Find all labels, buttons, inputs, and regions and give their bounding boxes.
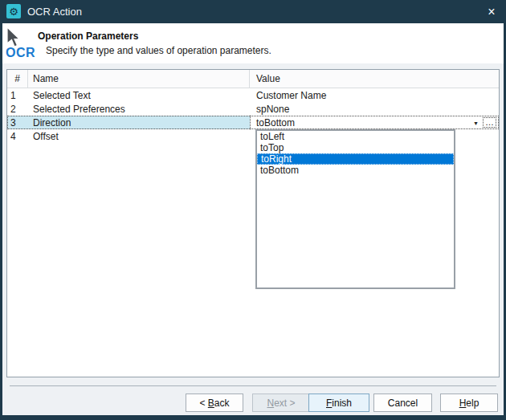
close-button[interactable]: × (479, 0, 504, 23)
row-name: Selected Text (28, 88, 250, 102)
table-header-row: # Name Value (7, 70, 499, 88)
dropdown-item-toleft[interactable]: toLeft (257, 131, 454, 142)
row-name: Direction (28, 116, 250, 129)
column-header-name[interactable]: Name (28, 70, 250, 88)
close-icon: × (488, 5, 495, 19)
row-direction[interactable]: 3 Direction toBottom ▼ … (7, 116, 499, 129)
ocr-logo-text: OCR (6, 46, 35, 60)
row-num: 4 (7, 129, 28, 143)
dialog-window: ⚙ OCR Action × OCR Operation Parameters … (0, 0, 506, 420)
row-name: Selected Preferences (28, 102, 250, 116)
row-num: 2 (7, 102, 28, 116)
gear-icon: ⚙ (9, 6, 18, 17)
wizard-header: OCR Operation Parameters Specify the typ… (2, 23, 504, 63)
dialog-content: OCR Operation Parameters Specify the typ… (2, 23, 504, 415)
combo-dropdown-arrow-icon[interactable]: ▼ (473, 120, 479, 125)
row-name: Offset (28, 129, 250, 143)
button-separator (10, 385, 496, 386)
column-header-num[interactable]: # (7, 70, 28, 88)
next-button: Next > (252, 393, 310, 412)
cancel-button[interactable]: Cancel (373, 393, 432, 412)
browse-ellipsis-button[interactable]: … (483, 117, 496, 128)
app-icon: ⚙ (6, 4, 21, 18)
finish-button[interactable]: Finish (308, 393, 369, 412)
row-num: 3 (7, 116, 28, 129)
back-button[interactable]: < Back (186, 393, 243, 412)
direction-value-editor[interactable]: toBottom ▼ … (250, 116, 499, 129)
row-selected-preferences[interactable]: 2 Selected Preferences spNone (7, 102, 499, 116)
row-value: spNone (250, 102, 499, 116)
direction-dropdown-list: toLeft toTop toRight toBottom (255, 129, 455, 289)
titlebar[interactable]: ⚙ OCR Action × (0, 0, 506, 23)
direction-current-value: toBottom (256, 117, 295, 128)
help-button[interactable]: Help (440, 393, 498, 412)
column-header-value[interactable]: Value (250, 70, 499, 88)
row-num: 1 (7, 88, 28, 102)
dropdown-item-tobottom[interactable]: toBottom (257, 165, 454, 176)
row-value: Customer Name (250, 88, 499, 102)
dropdown-item-totop[interactable]: toTop (257, 142, 454, 153)
page-subtitle: Specify the type and values of operation… (46, 45, 271, 56)
page-title: Operation Parameters (38, 31, 138, 42)
dropdown-item-toright[interactable]: toRight (257, 153, 454, 165)
row-selected-text[interactable]: 1 Selected Text Customer Name (7, 88, 499, 102)
window-title: OCR Action (27, 0, 82, 23)
